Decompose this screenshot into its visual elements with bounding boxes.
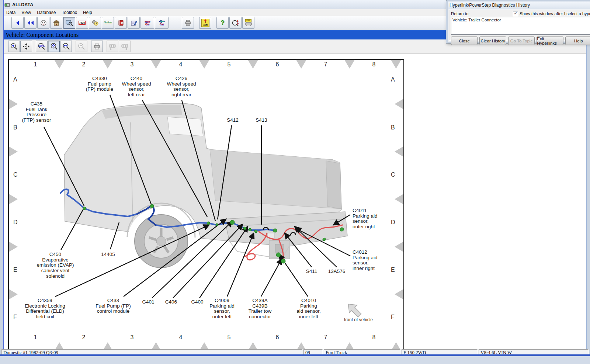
component-label-c426: C426 Wheel speed sensor, right rear [167, 76, 196, 98]
help-button[interactable]: ? [216, 17, 229, 29]
exit-hyperlinks-button[interactable]: Exit Hyperlinks [537, 37, 563, 45]
new-car-icon: New Car [145, 20, 150, 25]
grid-marker-triangle [9, 289, 18, 299]
code-7520-button[interactable]: 7520 [76, 17, 88, 29]
fax-icon [245, 22, 252, 26]
grid-column-bottom: 6 [276, 334, 279, 341]
new-car-button[interactable]: New Car [140, 17, 154, 29]
component-label-c4009: C4009 Parking aid sensor, outer left [209, 298, 235, 320]
next-image-button[interactable] [119, 41, 131, 52]
grid-row-right: A [391, 76, 395, 83]
component-label-c406: C406 [165, 299, 177, 305]
library-button[interactable] [115, 17, 127, 29]
grid-marker-triangle [395, 242, 403, 252]
grid-row-right: E [391, 267, 395, 273]
az-index-button[interactable]: AZ [229, 17, 242, 29]
app-icon [4, 2, 10, 7]
hyperlink-history-dialog[interactable]: Hyperlink/PowerStep Diagnostics History … [446, 0, 590, 43]
printer-icon [185, 20, 191, 26]
fit-width-icon [62, 43, 70, 50]
back-icon [15, 20, 21, 26]
print-button[interactable] [182, 17, 194, 29]
scheduler-button[interactable] [89, 17, 101, 29]
truck-illustration [64, 103, 364, 319]
close-button[interactable]: Close [451, 37, 478, 45]
fax-button[interactable]: FAX [242, 17, 254, 29]
menu-database[interactable]: Database [34, 10, 59, 15]
grid-marker-triangle [391, 60, 401, 69]
grid-column-top: 5 [228, 61, 231, 68]
zoom-in-button[interactable] [8, 41, 20, 52]
printer-icon [94, 44, 100, 49]
component-label-c433: C433 Fuel Pump (FP) control module [96, 298, 131, 314]
pan-icon [22, 43, 30, 50]
connector-dot [273, 229, 277, 232]
connector-dot [83, 207, 86, 210]
show-window-checkbox-label: Show this window after I select a hype [520, 11, 590, 16]
notes-button[interactable] [128, 17, 140, 29]
print-image-button[interactable] [91, 41, 103, 52]
connector-dot [207, 222, 210, 225]
grid-row-left: A [13, 76, 17, 83]
fit-page-button[interactable] [48, 41, 60, 52]
return-arrow-icon [159, 20, 165, 23]
go-to-topic-button[interactable]: Go To Topic [508, 37, 535, 45]
grid-column-bottom: 3 [131, 334, 134, 341]
component-search-button[interactable] [63, 17, 75, 29]
grid-row-left: C [13, 171, 18, 178]
menu-toolbox[interactable]: Toolbox [59, 10, 80, 15]
fit-width-button[interactable] [60, 41, 72, 52]
component-label-c4330: C4330 Fuel pump (FP) module [86, 76, 113, 92]
online-button[interactable]: Online [102, 17, 114, 29]
clear-history-button[interactable]: Clear History [479, 37, 506, 45]
component-label-g400: G400 [191, 299, 203, 305]
zoom-100-button[interactable]: 100% [36, 41, 48, 52]
dialog-body: Return to: ✓ Show this window after I se… [449, 10, 590, 41]
grid-row-left: F [13, 314, 17, 320]
zoom-out-button[interactable] [76, 41, 87, 52]
grid-row-left: D [13, 219, 18, 226]
monitor-magnifier-icon [66, 20, 73, 26]
grid-marker-triangle [395, 99, 403, 109]
component-label-c435: C435 Fuel Tank Pressure (FTP) sensor [22, 101, 51, 123]
connector-dot [216, 223, 218, 226]
component-label-c439: C439A C439B Trailer tow connector [249, 298, 272, 320]
prev-image-button[interactable] [107, 41, 118, 52]
grid-marker-triangle [296, 60, 306, 69]
back-history-button[interactable] [24, 17, 37, 29]
dialog-title-bar[interactable]: Hyperlink/PowerStep Diagnostics History [448, 1, 590, 9]
grid-column-top: 4 [179, 61, 183, 68]
return-to-label: Return to: [451, 11, 470, 16]
connector-dot [254, 230, 257, 233]
menu-view[interactable]: View [18, 10, 34, 15]
window-title: ALLDATA [12, 2, 33, 7]
component-label-l14405: 14405 [101, 252, 115, 257]
component-label-s413: S413 [256, 118, 267, 123]
return-car-button[interactable]: Car [155, 17, 169, 29]
grid-marker-triangle [395, 146, 403, 157]
connector-dot [150, 204, 154, 208]
history-listbox[interactable]: Vehicle: Trailer Connector [451, 17, 590, 35]
grid-column-top: 8 [372, 61, 376, 68]
home-button[interactable] [50, 17, 62, 29]
show-window-checkbox[interactable]: ✓ [513, 11, 518, 16]
component-label-s412: S412 [227, 118, 239, 123]
connector-dot [276, 253, 281, 257]
grid-column-bottom: 5 [228, 334, 231, 341]
expert-button[interactable] [37, 17, 49, 29]
menu-help[interactable]: Help [80, 10, 95, 15]
hotline-button[interactable]: HOT! [199, 17, 211, 29]
grid-row-right: F [391, 314, 395, 320]
component-location-diagram[interactable]: 1122334455667788AABBCCDDEEFF C435 Fuel T… [8, 59, 404, 352]
pan-button[interactable] [20, 41, 32, 52]
grid-row-right: D [391, 219, 395, 226]
grid-marker-triangle [9, 242, 18, 252]
history-list-item[interactable]: Vehicle: Trailer Connector [452, 18, 590, 22]
grid-marker-triangle [9, 194, 18, 204]
az-search-icon: AZ [232, 20, 239, 26]
dialog-help-button[interactable]: Help [565, 37, 590, 45]
grid-marker-triangle [9, 146, 18, 157]
double-back-icon [27, 20, 34, 26]
menu-data[interactable]: Data [3, 10, 18, 15]
back-button[interactable] [11, 17, 24, 29]
